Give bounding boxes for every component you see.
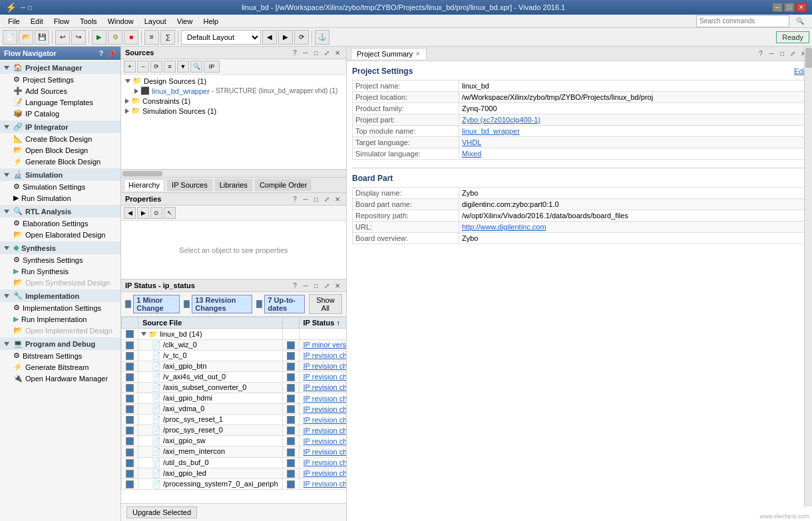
tb-new[interactable]: 📄 xyxy=(3,30,17,45)
flow-syn-settings[interactable]: ⚙ Synthesis Settings xyxy=(0,254,120,265)
row-cb[interactable] xyxy=(122,425,138,436)
tb-save[interactable]: 💾 xyxy=(35,30,49,45)
menu-help[interactable]: Help xyxy=(198,16,224,27)
sources-refresh-btn[interactable]: ⟳ xyxy=(150,61,162,73)
sources-minimize[interactable]: ─ xyxy=(301,48,310,57)
tb-extra2[interactable]: ∑ xyxy=(160,30,175,45)
tb-layout-prev[interactable]: ◀ xyxy=(262,30,277,45)
section-implementation[interactable]: 🔧 Implementation xyxy=(0,289,120,302)
row-cb[interactable] xyxy=(122,361,138,371)
row-cb2[interactable] xyxy=(282,382,299,393)
row-status[interactable]: IP revision change xyxy=(299,382,346,393)
val-sim-lang[interactable]: Mixed xyxy=(459,148,807,160)
minor-change-checkbox[interactable] xyxy=(125,300,131,308)
layout-dropdown[interactable]: Default Layout xyxy=(181,30,261,45)
section-program-debug[interactable]: 💻 Program and Debug xyxy=(0,337,120,350)
up-to-dates-checkbox[interactable] xyxy=(256,300,262,308)
row-cb2[interactable] xyxy=(282,393,299,403)
row-cb[interactable] xyxy=(122,404,138,415)
row-cb2[interactable] xyxy=(282,436,299,446)
sources-hdl-btn[interactable]: IP xyxy=(204,61,220,73)
search-input[interactable] xyxy=(696,15,789,27)
tab-libraries[interactable]: Libraries xyxy=(215,179,252,191)
val-target-lang[interactable]: VHDL xyxy=(459,137,807,148)
th-source-file[interactable]: Source File xyxy=(138,317,283,329)
tb-layout-reset[interactable]: ⟳ xyxy=(294,30,309,45)
row-cb[interactable] xyxy=(122,415,138,425)
section-ip-integrator[interactable]: 🔗 IP Integrator xyxy=(0,120,120,133)
sources-maximize[interactable]: ⤢ xyxy=(322,48,331,57)
flow-generate-block[interactable]: ⚡ Generate Block Design xyxy=(0,156,120,167)
row-cb[interactable] xyxy=(122,382,138,393)
flow-gen-bitstream[interactable]: ⚡ Generate Bitstream xyxy=(0,361,120,373)
section-rtl-analysis[interactable]: 🔍 RTL Analysis xyxy=(0,205,120,218)
window-maximize-restore[interactable]: □ xyxy=(28,4,32,11)
tb-layout-next[interactable]: ▶ xyxy=(278,30,293,45)
row-cb[interactable] xyxy=(122,393,138,403)
flow-project-settings[interactable]: ⚙ Project Settings xyxy=(0,74,120,85)
row-cb2[interactable] xyxy=(282,425,299,436)
row-cb2[interactable] xyxy=(282,371,299,382)
props-question[interactable]: ? xyxy=(290,194,300,204)
row-status[interactable]: IP minor version change xyxy=(299,339,346,350)
tb-redo[interactable]: ↪ xyxy=(71,30,86,45)
flow-open-impl[interactable]: 📂 Open Implemented Design xyxy=(0,325,120,336)
row-cb2[interactable] xyxy=(282,457,299,468)
rp-question[interactable]: ? xyxy=(756,49,765,59)
menu-view[interactable]: View xyxy=(172,16,198,27)
menu-flow[interactable]: Flow xyxy=(49,16,75,27)
cb-revision-changes[interactable]: 13 Revision Changes xyxy=(184,295,252,313)
tb-extra1[interactable]: ≡ xyxy=(144,30,159,45)
props-forward-btn[interactable]: ▶ xyxy=(137,207,149,219)
rp-minimize[interactable]: ─ xyxy=(767,49,776,59)
row-status[interactable]: IP revision change xyxy=(299,478,346,489)
props-cursor-btn[interactable]: ↖ xyxy=(164,207,176,219)
section-project-manager[interactable]: 🏠 Project Manager xyxy=(0,61,120,74)
row-status[interactable]: IP revision change xyxy=(299,468,346,478)
row-cb2[interactable] xyxy=(282,415,299,425)
val-top-module[interactable]: linux_bd_wrapper xyxy=(459,126,807,137)
props-close[interactable]: ✕ xyxy=(333,194,342,204)
row-cb[interactable] xyxy=(122,371,138,382)
tb-stop[interactable]: ■ xyxy=(124,30,138,45)
flow-elab-settings[interactable]: ⚙ Elaboration Settings xyxy=(0,218,120,229)
row-cb2[interactable] xyxy=(282,468,299,478)
row-status[interactable]: IP revision change xyxy=(299,436,346,446)
row-status[interactable]: IP revision change xyxy=(299,415,346,425)
row-cb[interactable] xyxy=(122,436,138,446)
row-cb[interactable] xyxy=(122,446,138,457)
th-ip-status[interactable]: IP Status ↑ xyxy=(299,317,346,329)
tb-open[interactable]: 📂 xyxy=(19,30,33,45)
sources-remove-btn[interactable]: − xyxy=(137,61,149,73)
row-status[interactable]: IP revision change xyxy=(299,425,346,436)
row-status[interactable]: IP revision change xyxy=(299,446,346,457)
menu-edit[interactable]: Edit xyxy=(25,16,49,27)
flow-open-hw[interactable]: 🔌 Open Hardware Manager xyxy=(0,373,120,384)
cb-up-to-dates[interactable]: 7 Up-to-dates xyxy=(256,295,305,313)
rp-restore[interactable]: □ xyxy=(777,49,787,59)
menu-tools[interactable]: Tools xyxy=(75,16,102,27)
flow-impl-settings[interactable]: ⚙ Implementation Settings xyxy=(0,302,120,313)
row-cb[interactable] xyxy=(122,457,138,468)
tb-run[interactable]: ▶ xyxy=(92,30,106,45)
tab-hierarchy[interactable]: Hierarchy xyxy=(124,179,164,191)
section-simulation[interactable]: 🔬 Simulation xyxy=(0,168,120,181)
flow-create-block[interactable]: 📐 Create Block Design xyxy=(0,133,120,144)
val-url[interactable]: http://www.digilentinc.com xyxy=(459,222,807,233)
ip-restore[interactable]: □ xyxy=(311,281,321,290)
row-cb[interactable] xyxy=(122,329,138,340)
tree-constraints[interactable]: 📁 Constraints (1) xyxy=(122,96,345,106)
flow-language-templates[interactable]: 📝 Language Templates xyxy=(0,96,120,108)
rp-scrollbar[interactable] xyxy=(804,47,812,506)
cb-minor-change[interactable]: 1 Minor Change xyxy=(125,295,180,313)
flow-open-elab[interactable]: 📂 Open Elaborated Design xyxy=(0,229,120,240)
flow-run-syn[interactable]: ▶ Run Synthesis xyxy=(0,265,120,277)
flow-add-sources[interactable]: ➕ Add Sources xyxy=(0,85,120,96)
flow-bitstream-settings[interactable]: ⚙ Bitstream Settings xyxy=(0,350,120,361)
props-minimize[interactable]: ─ xyxy=(301,194,310,204)
minimize-button[interactable]: ─ xyxy=(772,3,783,12)
sources-question[interactable]: ? xyxy=(290,48,300,57)
flow-nav-pin[interactable]: 📌 xyxy=(107,49,116,58)
flow-sim-settings[interactable]: ⚙ Simulation Settings xyxy=(0,181,120,192)
props-restore[interactable]: □ xyxy=(311,194,321,204)
